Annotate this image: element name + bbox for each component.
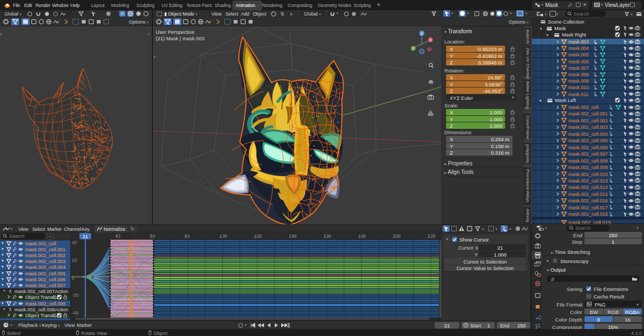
svg-text:Y: Y bbox=[412, 47, 415, 50]
svg-text:X: X bbox=[429, 38, 432, 42]
svg-text:Z: Z bbox=[421, 32, 423, 35]
svg-text:21: 21 bbox=[83, 234, 88, 239]
